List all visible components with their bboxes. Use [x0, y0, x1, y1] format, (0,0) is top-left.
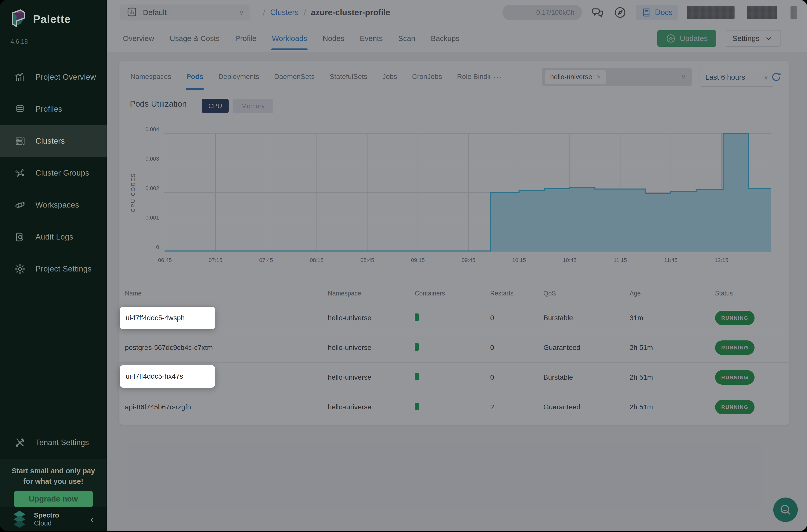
main-area: Default ∨ / Clusters / azure-cluster-pro…	[107, 0, 807, 531]
sidebar: Palette 4.6.18 Project Overview Profiles…	[0, 0, 107, 531]
tutorial-dim-overlay	[107, 0, 807, 531]
sidebar-item-project-settings[interactable]: Project Settings	[0, 253, 107, 285]
sidebar-item-clusters[interactable]: Clusters	[0, 125, 107, 157]
sidebar-item-label: Audit Logs	[36, 232, 73, 242]
clusters-icon	[15, 136, 25, 147]
brand-name: Palette	[33, 13, 71, 25]
tools-icon	[15, 437, 25, 448]
collapse-sidebar-icon[interactable]: ‹	[91, 514, 94, 525]
brand: Palette	[10, 9, 71, 30]
spectro-cloud-name: SpectroCloud	[34, 511, 59, 527]
palette-logo-icon	[10, 9, 27, 30]
app-version: 4.6.18	[11, 38, 28, 45]
sidebar-item-label: Project Overview	[36, 73, 96, 82]
cluster-groups-icon	[15, 168, 25, 178]
spectro-cloud-logo-icon	[12, 510, 27, 529]
gear-icon	[15, 264, 25, 274]
sidebar-item-label: Profiles	[36, 104, 62, 114]
sidebar-item-label: Cluster Groups	[36, 169, 89, 177]
layers-icon	[15, 104, 25, 115]
app-window: Palette 4.6.18 Project Overview Profiles…	[0, 0, 807, 531]
sidebar-item-profiles[interactable]: Profiles	[0, 93, 107, 125]
chart-icon	[15, 72, 25, 83]
promo-text: Start small and only pay for what you us…	[0, 466, 107, 487]
workspaces-icon	[15, 200, 25, 211]
sidebar-nav: Project Overview Profiles Clusters Clust…	[0, 61, 107, 285]
sidebar-item-tenant-settings[interactable]: Tenant Settings	[0, 428, 121, 458]
sidebar-item-label: Clusters	[36, 137, 65, 146]
spotlight-pod-name-1[interactable]: ui-f7ff4ddc5-4wsph	[120, 307, 215, 329]
upgrade-promo: Start small and only pay for what you us…	[0, 459, 107, 507]
sidebar-item-label: Tenant Settings	[36, 438, 89, 447]
upgrade-now-button[interactable]: Upgrade now	[14, 491, 93, 507]
sidebar-item-audit-logs[interactable]: Audit Logs	[0, 221, 107, 253]
spotlight-pod-name-2[interactable]: ui-f7ff4ddc5-hx47s	[120, 365, 215, 388]
sidebar-item-cluster-groups[interactable]: Cluster Groups	[0, 157, 107, 189]
sidebar-footer: SpectroCloud ‹	[0, 507, 107, 531]
audit-logs-icon	[15, 231, 25, 243]
sidebar-item-label: Workspaces	[36, 201, 79, 210]
sidebar-item-label: Project Settings	[36, 265, 92, 273]
sidebar-item-project-overview[interactable]: Project Overview	[0, 61, 107, 93]
sidebar-item-workspaces[interactable]: Workspaces	[0, 189, 107, 221]
